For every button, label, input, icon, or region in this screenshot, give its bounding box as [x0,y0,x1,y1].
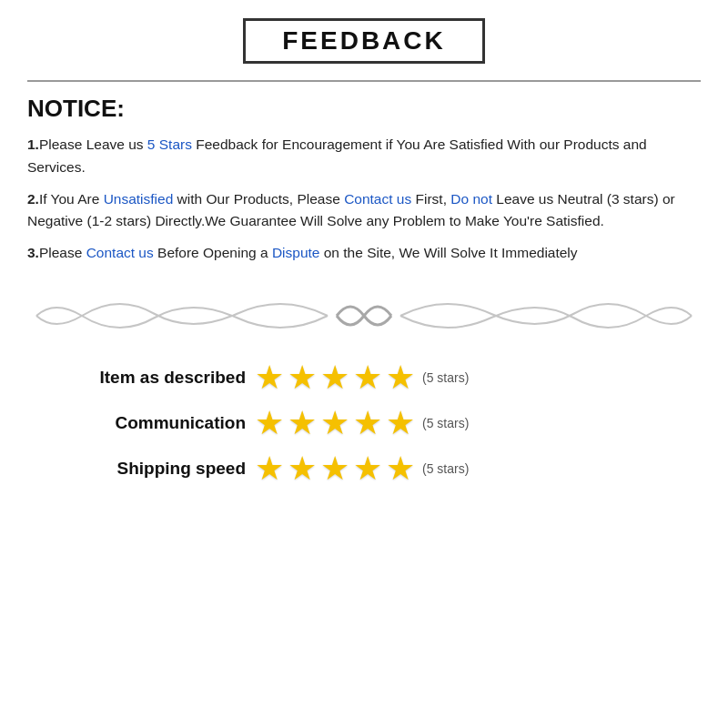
star-icon: ★ [386,361,415,394]
notice-item-3: 3.Please Contact us Before Opening a Dis… [27,242,701,265]
star-icon: ★ [288,407,317,440]
page: FEEDBACK NOTICE: 1.Please Leave us 5 Sta… [0,0,728,728]
star-icon: ★ [353,361,382,394]
notice-text: First, [411,191,450,207]
notice-items: 1.Please Leave us 5 Stars Feedback for E… [27,134,701,274]
star-icon: ★ [320,407,349,440]
notice-highlight: Contact us [86,245,154,260]
notice-text: Before Opening a [154,245,272,260]
star-icon: ★ [255,452,284,485]
star-count-2: (5 stars) [422,461,469,476]
notice-text: with Our Products, Please [173,191,344,207]
notice-text: If You Are [39,191,104,207]
rating-label-2: Shipping speed [27,459,246,479]
star-count-1: (5 stars) [422,416,469,430]
star-icon: ★ [386,407,415,440]
notice-highlight: Dispute [272,245,320,260]
notice-highlight: Contact us [344,191,411,207]
stars-group-2: ★★★★★(5 stars) [255,452,469,485]
star-icon: ★ [288,452,317,485]
star-icon: ★ [255,407,284,440]
star-icon: ★ [288,361,317,394]
feedback-header: FEEDBACK [27,18,701,64]
notice-highlight: Do not [450,191,492,207]
rating-row-2: Shipping speed★★★★★(5 stars) [27,452,701,485]
notice-highlight: Unsatisfied [104,191,174,207]
notice-item-number: 3. [27,245,39,260]
rating-row-0: Item as described★★★★★(5 stars) [27,361,701,394]
star-icon: ★ [386,452,415,485]
notice-highlight: 5 Stars [147,136,192,152]
stars-group-1: ★★★★★(5 stars) [255,407,469,440]
ratings-section: Item as described★★★★★(5 stars)Communica… [27,361,701,485]
rating-label-1: Communication [27,413,246,433]
decorative-divider [27,288,701,343]
notice-item-number: 1. [27,136,39,152]
star-icon: ★ [353,407,382,440]
feedback-title: FEEDBACK [282,26,446,55]
notice-item-number: 2. [27,191,39,207]
rating-label-0: Item as described [27,368,246,388]
notice-item-1: 1.Please Leave us 5 Stars Feedback for E… [27,134,701,179]
star-icon: ★ [255,361,284,394]
notice-text: Please Leave us [39,136,147,152]
notice-text: on the Site, We Will Solve It Immediatel… [319,245,577,260]
top-divider [27,80,701,82]
rating-row-1: Communication★★★★★(5 stars) [27,407,701,440]
star-icon: ★ [353,452,382,485]
star-icon: ★ [320,452,349,485]
stars-group-0: ★★★★★(5 stars) [255,361,469,394]
notice-item-2: 2.If You Are Unsatisfied with Our Produc… [27,188,701,234]
notice-title: NOTICE: [27,95,701,123]
star-count-0: (5 stars) [422,370,469,385]
notice-text: Please [39,245,86,260]
star-icon: ★ [320,361,349,394]
feedback-box: FEEDBACK [243,18,485,64]
